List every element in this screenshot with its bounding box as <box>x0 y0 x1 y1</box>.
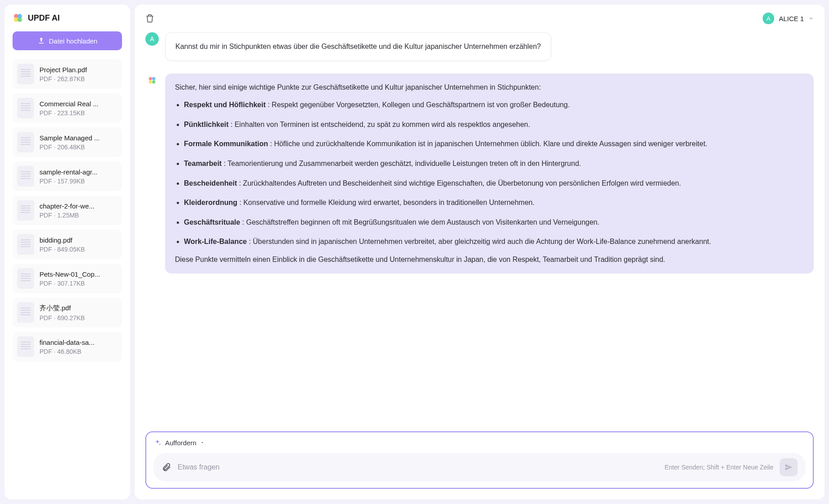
file-name: Project Plan.pdf <box>39 66 118 74</box>
point-text: : Teamorientierung und Zusammenarbeit we… <box>222 160 581 167</box>
file-info: Project Plan.pdf PDF · 262.87KB <box>39 66 118 83</box>
file-icon <box>17 98 34 118</box>
ai-avatar <box>145 74 159 87</box>
file-meta: PDF · 690.27KB <box>39 314 118 322</box>
file-meta: PDF · 157.99KB <box>39 178 118 185</box>
prompt-selector[interactable]: Auffordern <box>153 439 806 447</box>
sidebar: UPDF AI Datei hochladen Project Plan.pdf… <box>4 4 130 500</box>
list-item: Pünktlichkeit : Einhalten von Terminen i… <box>184 119 804 130</box>
point-text: : Einhalten von Terminen ist entscheiden… <box>229 121 530 128</box>
file-icon <box>17 302 34 323</box>
file-meta: PDF · 849.05KB <box>39 246 118 253</box>
file-item[interactable]: bidding.pdf PDF · 849.05KB <box>13 230 122 259</box>
file-icon <box>17 200 34 221</box>
file-name: bidding.pdf <box>39 236 118 244</box>
app-name: UPDF AI <box>28 13 60 23</box>
user-avatar: A <box>145 32 159 46</box>
user-menu[interactable]: A ALICE 1 <box>763 13 814 24</box>
file-item[interactable]: Project Plan.pdf PDF · 262.87KB <box>13 59 122 89</box>
file-info: 齐小莹.pdf PDF · 690.27KB <box>39 304 118 322</box>
file-meta: PDF · 223.15KB <box>39 109 118 117</box>
file-meta: PDF · 46.80KB <box>39 348 118 355</box>
trash-icon[interactable] <box>145 14 154 23</box>
ai-intro: Sicher, hier sind einige wichtige Punkte… <box>175 82 804 93</box>
svg-point-4 <box>149 77 152 80</box>
ai-logo-icon <box>147 75 157 85</box>
point-title: Respekt und Höflichkeit <box>184 101 266 109</box>
file-item[interactable]: Pets-New-01_Cop... PDF · 307.17KB <box>13 264 122 293</box>
app-logo-icon <box>13 13 23 23</box>
point-title: Teamarbeit <box>184 160 222 167</box>
file-info: sample-rental-agr... PDF · 157.99KB <box>39 168 118 185</box>
file-item[interactable]: chapter-2-for-we... PDF · 1.25MB <box>13 196 122 225</box>
file-icon <box>17 336 34 357</box>
user-name: ALICE 1 <box>779 15 804 22</box>
file-info: bidding.pdf PDF · 849.05KB <box>39 236 118 253</box>
list-item: Geschäftsrituale : Geschäftstreffen begi… <box>184 217 804 228</box>
file-info: chapter-2-for-we... PDF · 1.25MB <box>39 202 118 219</box>
main-area: A ALICE 1 A Kannst du mir in Stichpunkte… <box>135 4 825 500</box>
chevron-down-icon <box>808 16 814 21</box>
file-name: Sample Managed ... <box>39 134 118 142</box>
point-text: : Geschäftstreffen beginnen oft mit Begr… <box>240 218 599 226</box>
list-item: Formale Kommunikation : Höfliche und zur… <box>184 138 804 150</box>
point-title: Kleiderordnung <box>184 199 237 206</box>
file-info: financial-data-sa... PDF · 46.80KB <box>39 339 118 355</box>
file-item[interactable]: sample-rental-agr... PDF · 157.99KB <box>13 161 122 191</box>
upload-button[interactable]: Datei hochladen <box>13 31 122 50</box>
file-meta: PDF · 307.17KB <box>39 280 118 287</box>
point-text: : Höfliche und zurückhaltende Kommunikat… <box>268 140 707 148</box>
file-info: Commercial Real ... PDF · 223.15KB <box>39 100 118 117</box>
ai-message: Sicher, hier sind einige wichtige Punkte… <box>165 74 814 274</box>
file-item[interactable]: Sample Managed ... PDF · 206.48KB <box>13 127 122 157</box>
attach-icon[interactable] <box>161 462 171 472</box>
file-name: Pets-New-01_Cop... <box>39 270 118 278</box>
svg-point-5 <box>152 77 155 80</box>
point-title: Pünktlichkeit <box>184 121 229 128</box>
upload-icon <box>37 37 45 45</box>
ai-outro: Diese Punkte vermitteln einen Einblick i… <box>175 254 804 265</box>
app-logo-row: UPDF AI <box>13 13 122 23</box>
list-item: Bescheidenheit : Zurückhaltendes Auftret… <box>184 178 804 189</box>
sparkle-icon <box>153 439 161 447</box>
input-row: Enter Senden; Shift + Enter Neue Zeile <box>153 453 806 482</box>
file-icon <box>17 64 34 84</box>
chat-area: A Kannst du mir in Stichpunkten etwas üb… <box>135 32 825 431</box>
svg-point-7 <box>152 80 155 83</box>
point-text: : Konservative und formelle Kleidung wir… <box>237 199 535 206</box>
point-text: : Überstunden sind in japanischen Untern… <box>247 238 711 245</box>
list-item: Kleiderordnung : Konservative und formel… <box>184 197 804 209</box>
input-section: Auffordern Enter Senden; Shift + Enter N… <box>145 431 814 489</box>
file-meta: PDF · 262.87KB <box>39 75 118 83</box>
point-title: Work-Life-Balance <box>184 238 247 245</box>
file-meta: PDF · 1.25MB <box>39 212 118 219</box>
header: A ALICE 1 <box>135 4 825 32</box>
file-icon <box>17 166 34 187</box>
prompt-label: Auffordern <box>165 439 196 447</box>
file-name: Commercial Real ... <box>39 100 118 108</box>
upload-label: Datei hochladen <box>49 37 97 45</box>
list-item: Teamarbeit : Teamorientierung und Zusamm… <box>184 158 804 169</box>
file-item[interactable]: financial-data-sa... PDF · 46.80KB <box>13 332 122 361</box>
file-name: sample-rental-agr... <box>39 168 118 176</box>
point-text: : Respekt gegenüber Vorgesetzten, Kolleg… <box>266 101 570 109</box>
input-hint: Enter Senden; Shift + Enter Neue Zeile <box>665 464 773 471</box>
file-icon <box>17 234 34 255</box>
file-info: Pets-New-01_Cop... PDF · 307.17KB <box>39 270 118 287</box>
file-info: Sample Managed ... PDF · 206.48KB <box>39 134 118 151</box>
file-list: Project Plan.pdf PDF · 262.87KB Commerci… <box>13 59 122 491</box>
file-icon <box>17 132 34 152</box>
svg-point-3 <box>17 17 22 22</box>
ai-points-list: Respekt und Höflichkeit : Respekt gegenü… <box>184 99 804 248</box>
send-button[interactable] <box>780 458 798 476</box>
file-item[interactable]: Commercial Real ... PDF · 223.15KB <box>13 93 122 123</box>
file-name: 齐小莹.pdf <box>39 304 118 313</box>
chat-input[interactable] <box>178 463 659 471</box>
file-icon <box>17 268 34 289</box>
point-text: : Zurückhaltendes Auftreten und Bescheid… <box>237 179 681 187</box>
file-item[interactable]: 齐小莹.pdf PDF · 690.27KB <box>13 298 122 327</box>
user-message-row: A Kannst du mir in Stichpunkten etwas üb… <box>145 32 814 61</box>
svg-point-6 <box>149 80 152 83</box>
send-icon <box>785 463 793 471</box>
user-message: Kannst du mir in Stichpunkten etwas über… <box>165 32 551 61</box>
